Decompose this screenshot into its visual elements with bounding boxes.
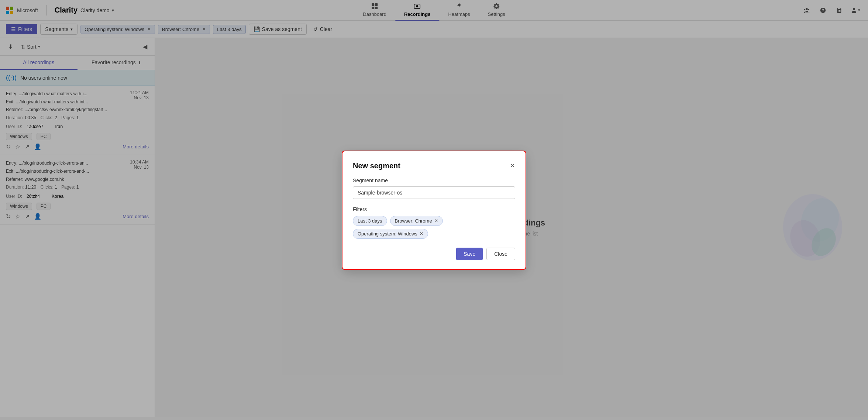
segment-name-input[interactable]: [353, 186, 515, 199]
modal-filter-browser: Browser: Chrome: [395, 218, 432, 224]
modal-filter-os: Operating system: Windows: [358, 231, 417, 237]
new-segment-modal: New segment ✕ Segment name Filters Last …: [342, 151, 526, 270]
modal-save-label: Save: [464, 251, 475, 257]
modal-filter-date: Last 3 days: [358, 218, 382, 224]
modal-chips: Last 3 days Browser: Chrome ✕ Operating …: [353, 216, 515, 239]
segment-name-label: Segment name: [353, 178, 515, 183]
modal-close-label: Close: [494, 251, 507, 257]
modal-chip-os-remove[interactable]: ✕: [420, 231, 423, 236]
modal-chip-date: Last 3 days: [353, 216, 387, 226]
modal-close-button-2[interactable]: Close: [486, 248, 515, 260]
modal-title: New segment: [353, 162, 400, 170]
modal-chip-browser-remove[interactable]: ✕: [434, 218, 438, 223]
modal-header: New segment ✕: [353, 162, 515, 170]
modal-actions: Save Close: [353, 248, 515, 260]
modal-chip-os: Operating system: Windows ✕: [353, 229, 428, 239]
modal-save-button[interactable]: Save: [456, 248, 483, 260]
modal-overlay: New segment ✕ Segment name Filters Last …: [0, 0, 868, 417]
modal-filters-label: Filters: [353, 206, 515, 212]
modal-close-button[interactable]: ✕: [510, 162, 515, 170]
modal-chip-browser: Browser: Chrome ✕: [390, 216, 443, 226]
